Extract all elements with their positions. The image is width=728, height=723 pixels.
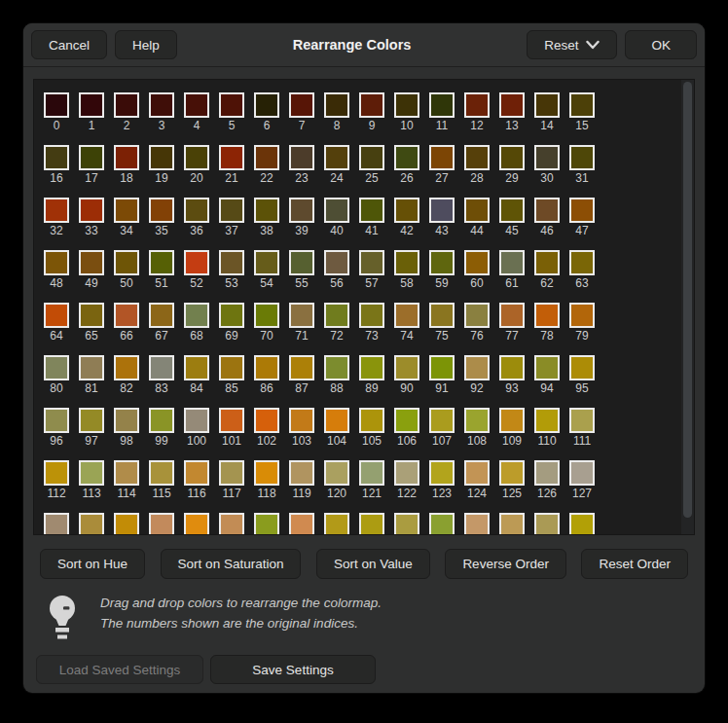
palette-swatch[interactable] bbox=[114, 92, 139, 118]
palette-swatch[interactable] bbox=[569, 303, 595, 328]
palette-swatch[interactable] bbox=[569, 355, 595, 380]
palette-swatch[interactable] bbox=[499, 198, 525, 223]
palette-swatch[interactable] bbox=[429, 513, 455, 534]
palette-swatch[interactable] bbox=[114, 513, 139, 534]
palette-swatch[interactable] bbox=[394, 513, 419, 534]
palette-swatch[interactable] bbox=[79, 145, 104, 170]
palette-swatch[interactable] bbox=[289, 145, 314, 170]
scrollbar-thumb[interactable] bbox=[683, 82, 692, 518]
palette-swatch[interactable] bbox=[219, 303, 244, 328]
palette-swatch[interactable] bbox=[289, 250, 314, 275]
palette-swatch[interactable] bbox=[254, 250, 279, 275]
palette-swatch[interactable] bbox=[464, 408, 490, 433]
palette-swatch[interactable] bbox=[394, 92, 419, 118]
palette-swatch[interactable] bbox=[219, 250, 244, 275]
palette-swatch[interactable] bbox=[114, 250, 139, 275]
palette-swatch[interactable] bbox=[359, 250, 384, 275]
palette-swatch[interactable] bbox=[44, 145, 69, 170]
save-settings-button[interactable]: Save Settings bbox=[210, 655, 376, 684]
palette-swatch[interactable] bbox=[289, 408, 314, 433]
palette-swatch[interactable] bbox=[114, 303, 139, 328]
palette-swatch[interactable] bbox=[149, 92, 174, 118]
palette-swatch[interactable] bbox=[324, 460, 349, 486]
palette-swatch[interactable] bbox=[394, 198, 419, 223]
palette-swatch[interactable] bbox=[184, 92, 209, 118]
palette-swatch[interactable] bbox=[79, 303, 104, 328]
palette-swatch[interactable] bbox=[394, 460, 419, 486]
palette-swatch[interactable] bbox=[44, 513, 69, 534]
palette-swatch[interactable] bbox=[359, 355, 384, 380]
palette-swatch[interactable] bbox=[359, 513, 384, 534]
palette-swatch[interactable] bbox=[429, 198, 455, 223]
palette-swatch[interactable] bbox=[534, 92, 560, 118]
palette-swatch[interactable] bbox=[499, 303, 525, 328]
ok-button[interactable]: OK bbox=[625, 30, 697, 59]
sort-on-hue-button[interactable]: Sort on Hue bbox=[40, 549, 145, 579]
palette-swatch[interactable] bbox=[184, 408, 209, 433]
palette-swatch[interactable] bbox=[534, 460, 560, 486]
palette-swatch[interactable] bbox=[44, 355, 69, 380]
palette-swatch[interactable] bbox=[254, 513, 279, 534]
palette-swatch[interactable] bbox=[464, 198, 490, 223]
palette-swatch[interactable] bbox=[114, 460, 139, 486]
palette-swatch[interactable] bbox=[149, 460, 174, 486]
palette-swatch[interactable] bbox=[499, 145, 525, 170]
palette-swatch[interactable] bbox=[394, 250, 419, 275]
palette-swatch[interactable] bbox=[219, 198, 244, 223]
palette-swatch[interactable] bbox=[324, 513, 349, 534]
palette-swatch[interactable] bbox=[219, 145, 244, 170]
palette-swatch[interactable] bbox=[534, 513, 560, 534]
palette-swatch[interactable] bbox=[184, 513, 209, 534]
cancel-button[interactable]: Cancel bbox=[31, 30, 107, 59]
palette-swatch[interactable] bbox=[114, 198, 139, 223]
palette-swatch[interactable] bbox=[44, 460, 69, 486]
palette-swatch[interactable] bbox=[499, 408, 525, 433]
reset-dropdown-button[interactable]: Reset bbox=[527, 30, 617, 59]
palette-swatch[interactable] bbox=[394, 145, 419, 170]
palette-swatch[interactable] bbox=[534, 198, 560, 223]
palette-swatch[interactable] bbox=[184, 303, 209, 328]
palette-swatch[interactable] bbox=[149, 408, 174, 433]
palette-swatch[interactable] bbox=[44, 92, 69, 118]
palette-swatch[interactable] bbox=[324, 250, 349, 275]
palette-swatch[interactable] bbox=[464, 513, 490, 534]
palette-swatch[interactable] bbox=[429, 250, 455, 275]
palette-swatch[interactable] bbox=[184, 460, 209, 486]
palette-swatch[interactable] bbox=[464, 145, 490, 170]
palette-swatch[interactable] bbox=[219, 513, 244, 534]
palette-swatch[interactable] bbox=[534, 408, 560, 433]
palette-swatch[interactable] bbox=[429, 92, 455, 118]
palette-swatch[interactable] bbox=[534, 250, 560, 275]
palette-swatch[interactable] bbox=[149, 198, 174, 223]
palette-swatch[interactable] bbox=[569, 145, 595, 170]
palette-swatch[interactable] bbox=[149, 303, 174, 328]
palette-swatch[interactable] bbox=[359, 303, 384, 328]
palette-swatch[interactable] bbox=[359, 408, 384, 433]
palette-swatch[interactable] bbox=[79, 355, 104, 380]
palette-swatch[interactable] bbox=[79, 513, 104, 534]
palette-swatch[interactable] bbox=[254, 303, 279, 328]
palette-swatch[interactable] bbox=[534, 303, 560, 328]
palette-swatch[interactable] bbox=[289, 303, 314, 328]
palette-swatch[interactable] bbox=[394, 303, 419, 328]
palette-swatch[interactable] bbox=[429, 145, 455, 170]
palette-swatch[interactable] bbox=[499, 513, 525, 534]
palette-swatch[interactable] bbox=[149, 250, 174, 275]
palette-swatch[interactable] bbox=[149, 513, 174, 534]
palette-swatch[interactable] bbox=[359, 460, 384, 486]
palette-swatch[interactable] bbox=[464, 92, 490, 118]
palette-swatch[interactable] bbox=[219, 408, 244, 433]
palette-swatch[interactable] bbox=[44, 303, 69, 328]
palette-swatch[interactable] bbox=[569, 92, 595, 118]
palette-swatch[interactable] bbox=[254, 408, 279, 433]
palette-swatch[interactable] bbox=[394, 355, 419, 380]
sort-on-saturation-button[interactable]: Sort on Saturation bbox=[161, 549, 302, 579]
palette-swatch[interactable] bbox=[464, 460, 490, 486]
palette-swatch[interactable] bbox=[114, 408, 139, 433]
palette-swatch[interactable] bbox=[569, 250, 595, 275]
palette-swatch[interactable] bbox=[254, 92, 279, 118]
palette-swatch[interactable] bbox=[219, 355, 244, 380]
palette-swatch[interactable] bbox=[324, 145, 349, 170]
help-button[interactable]: Help bbox=[115, 30, 177, 59]
palette-swatch[interactable] bbox=[324, 355, 349, 380]
